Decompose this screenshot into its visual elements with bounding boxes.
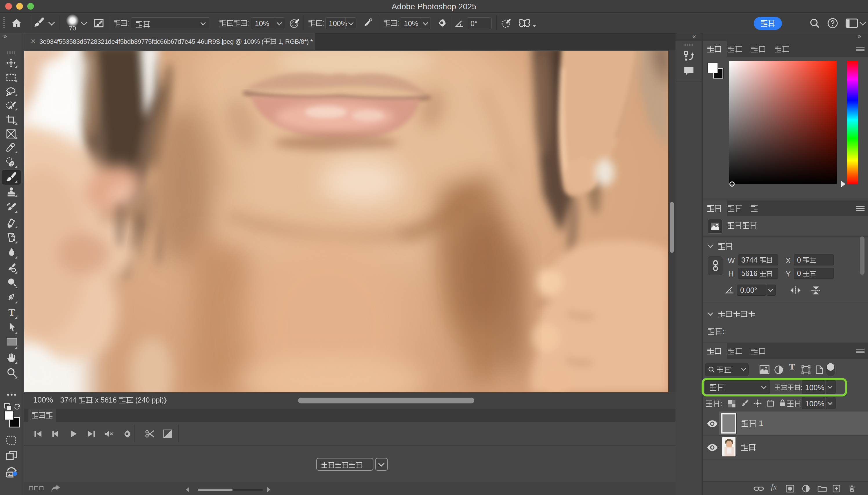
svg-text:T: T — [8, 307, 15, 318]
